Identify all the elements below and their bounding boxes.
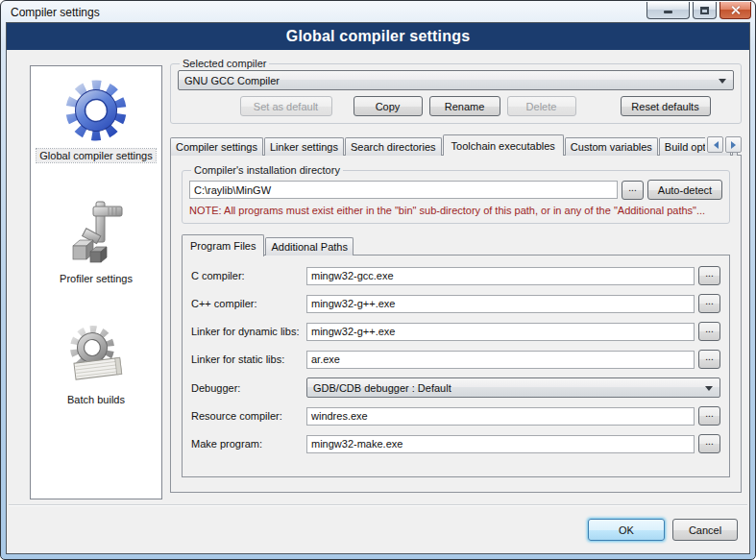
left-arrow-icon xyxy=(710,141,719,149)
compiler-tabs: Compiler settings Linker settings Search… xyxy=(170,133,742,156)
minimize-button[interactable] xyxy=(646,2,690,19)
compiler-settings-window: Compiler settings Global compiler settin… xyxy=(0,0,756,560)
main-panel: Selected compiler GNU GCC Compiler Set a… xyxy=(170,58,742,493)
compiler-select[interactable]: GNU GCC Compiler xyxy=(178,70,734,90)
field-row-cpp-compiler: C++ compiler: ... xyxy=(191,294,720,313)
sidebar-item-label: Global compiler settings xyxy=(37,149,155,162)
tab-scroll-controls xyxy=(705,136,742,153)
sidebar-item-label: Profiler settings xyxy=(57,272,135,285)
settings-category-list: Global compiler settings xyxy=(30,65,162,499)
sidebar-item-batch-builds[interactable]: Batch builds xyxy=(31,285,161,406)
make-program-browse-button[interactable]: ... xyxy=(698,434,720,453)
selected-compiler-legend: Selected compiler xyxy=(180,58,269,69)
field-label: Debugger: xyxy=(191,382,306,394)
field-row-resource-compiler: Resource compiler: ... xyxy=(191,406,720,426)
tab-scroll-left-button[interactable] xyxy=(707,136,723,153)
toolchain-executables-page: Compiler's installation directory ... Au… xyxy=(170,155,742,493)
debugger-select-value: GDB/CDB debugger : Default xyxy=(313,382,451,394)
footer-separator xyxy=(9,504,747,506)
reset-defaults-button[interactable]: Reset defaults xyxy=(621,96,711,116)
program-files-page: C compiler: ... C++ compiler: ... Linker… xyxy=(182,255,730,477)
field-label: Resource compiler: xyxy=(191,410,306,422)
cancel-button[interactable]: Cancel xyxy=(672,519,738,541)
tab-compiler-settings[interactable]: Compiler settings xyxy=(170,137,263,156)
field-label: Linker for static libs: xyxy=(191,353,306,365)
copy-button[interactable]: Copy xyxy=(354,96,423,116)
field-label: Linker for dynamic libs: xyxy=(191,326,306,337)
field-row-static-linker: Linker for static libs: ... xyxy=(191,350,720,369)
resource-compiler-browse-button[interactable]: ... xyxy=(698,406,720,426)
maximize-icon xyxy=(700,7,709,14)
subtab-additional-paths[interactable]: Additional Paths xyxy=(265,237,354,256)
field-label: C compiler: xyxy=(191,270,306,281)
window-controls xyxy=(646,2,751,19)
c-compiler-input[interactable] xyxy=(306,267,695,285)
delete-button[interactable]: Delete xyxy=(507,96,576,116)
right-arrow-icon xyxy=(731,141,740,149)
compiler-select-value: GNU GCC Compiler xyxy=(184,75,280,86)
field-row-dynamic-linker: Linker for dynamic libs: ... xyxy=(191,322,720,341)
resource-compiler-input[interactable] xyxy=(306,407,695,426)
field-row-make-program: Make program: ... xyxy=(191,434,720,453)
auto-detect-button[interactable]: Auto-detect xyxy=(647,180,722,200)
dialog-body: Global compiler settings Global xyxy=(6,22,750,554)
window-title: Compiler settings xyxy=(11,6,646,19)
sidebar-item-label: Batch builds xyxy=(64,393,128,406)
selected-compiler-group: Selected compiler GNU GCC Compiler Set a… xyxy=(170,58,742,124)
dynamic-linker-browse-button[interactable]: ... xyxy=(698,322,720,341)
subtab-program-files[interactable]: Program Files xyxy=(182,234,264,256)
installation-note: NOTE: All programs must exist either in … xyxy=(189,205,722,216)
tab-toolchain-executables[interactable]: Toolchain executables xyxy=(443,134,564,156)
page-title: Global compiler settings xyxy=(7,23,749,50)
sidebar-item-global-compiler-settings[interactable]: Global compiler settings xyxy=(31,66,161,162)
installation-directory-input[interactable] xyxy=(189,181,618,199)
installation-directory-browse-button[interactable]: ... xyxy=(622,181,644,200)
static-linker-input[interactable] xyxy=(306,351,695,369)
ok-button[interactable]: OK xyxy=(588,519,665,541)
tab-search-directories[interactable]: Search directories xyxy=(345,137,442,156)
maximize-button[interactable] xyxy=(693,2,717,19)
field-label: C++ compiler: xyxy=(191,298,306,309)
c-compiler-browse-button[interactable]: ... xyxy=(698,266,720,285)
field-row-debugger: Debugger: GDB/CDB debugger : Default xyxy=(191,377,720,398)
static-linker-browse-button[interactable]: ... xyxy=(698,350,720,369)
close-button[interactable] xyxy=(719,2,751,19)
compiler-buttons-row: Set as default Copy Rename Delete Reset … xyxy=(178,90,734,116)
blue-gear-icon xyxy=(63,78,129,143)
field-row-c-compiler: C compiler: ... xyxy=(191,266,720,285)
debugger-select[interactable]: GDB/CDB debugger : Default xyxy=(306,377,720,398)
program-files-tabs: Program Files Additional Paths xyxy=(182,233,730,256)
sidebar-item-profiler-settings[interactable]: Profiler settings xyxy=(31,162,161,285)
close-icon xyxy=(730,5,741,15)
cpp-compiler-input[interactable] xyxy=(306,295,695,313)
installation-directory-row: ... Auto-detect xyxy=(189,180,722,200)
cpp-compiler-browse-button[interactable]: ... xyxy=(698,294,720,313)
footer-buttons: OK Cancel xyxy=(588,519,738,541)
gray-gear-papers-icon xyxy=(63,322,129,387)
dynamic-linker-input[interactable] xyxy=(306,323,695,341)
minimize-icon xyxy=(664,11,672,13)
make-program-input[interactable] xyxy=(306,435,695,453)
tab-linker-settings[interactable]: Linker settings xyxy=(264,137,344,156)
installation-directory-group: Compiler's installation directory ... Au… xyxy=(182,164,730,224)
tab-custom-variables[interactable]: Custom variables xyxy=(565,137,658,156)
caliper-icon xyxy=(64,199,128,266)
tab-scroll-right-button[interactable] xyxy=(725,136,742,153)
field-label: Make program: xyxy=(191,438,306,450)
rename-button[interactable]: Rename xyxy=(429,96,500,116)
set-as-default-button[interactable]: Set as default xyxy=(240,96,332,116)
installation-directory-legend: Compiler's installation directory xyxy=(191,164,343,176)
titlebar: Compiler settings xyxy=(1,1,755,22)
